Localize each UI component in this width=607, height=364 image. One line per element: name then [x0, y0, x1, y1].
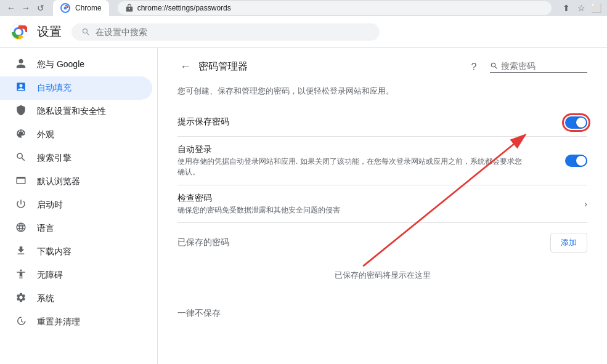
search-icon	[81, 27, 91, 37]
autofill-icon	[15, 81, 27, 95]
shield-icon	[15, 105, 27, 118]
download-icon	[15, 245, 27, 259]
sidebar-label-google: 您与 Google	[37, 59, 84, 70]
offer-to-save-row: 提示保存密码	[177, 109, 587, 137]
sidebar-label-language: 语言	[37, 223, 54, 234]
auto-signin-slider	[565, 155, 587, 167]
sidebar-label-privacy: 隐私设置和安全性	[37, 106, 106, 117]
settings-header: 设置	[0, 16, 607, 48]
power-icon	[15, 198, 27, 212]
offer-to-save-toggle[interactable]	[565, 116, 587, 129]
saved-passwords-section: 已保存的密码 添加 已保存的密码将显示在这里	[177, 223, 587, 301]
sidebar-label-browser: 默认浏览器	[37, 176, 80, 187]
empty-saved-text: 已保存的密码将显示在这里	[177, 260, 587, 291]
saved-passwords-header: 已保存的密码 添加	[177, 233, 587, 253]
offer-to-save-content: 提示保存密码	[177, 116, 565, 129]
settings-search-input[interactable]	[96, 27, 370, 37]
share-button[interactable]: ⬆	[560, 2, 572, 14]
accessibility-icon	[15, 269, 27, 282]
never-save-section: 一律不保存	[177, 301, 587, 326]
browser-icon	[15, 175, 27, 188]
lock-icon	[125, 4, 134, 12]
check-passwords-desc: 确保您的密码免受数据泄露和其他安全问题的侵害	[177, 205, 523, 216]
never-save-title: 一律不保存	[177, 308, 221, 318]
sidebar-label-system: 系统	[37, 293, 54, 304]
back-button[interactable]: ←	[5, 2, 17, 14]
person-icon	[15, 58, 27, 71]
refresh-button[interactable]: ↺	[35, 2, 47, 14]
offer-to-save-slider	[565, 116, 587, 129]
settings-search-bar[interactable]	[71, 23, 380, 41]
password-manager-title: 密码管理器	[198, 60, 248, 73]
sidebar-item-search[interactable]: 搜索引擎	[0, 147, 152, 170]
language-icon	[15, 222, 27, 235]
section-header: ← 密码管理器 ?	[177, 58, 587, 76]
add-password-button[interactable]: 添加	[550, 233, 587, 253]
auto-signin-row: 自动登录 使用存储的凭据自动登录网站和应用. 如果关闭了该功能，在您每次登录网站…	[177, 137, 587, 185]
bookmark-button[interactable]: ☆	[575, 2, 587, 14]
auto-signin-title: 自动登录	[177, 144, 550, 155]
auto-signin-toggle[interactable]	[565, 155, 587, 167]
customize-button[interactable]: ⬜	[590, 2, 602, 14]
password-search-bar[interactable]	[490, 61, 587, 73]
sidebar-item-language[interactable]: 语言	[0, 217, 152, 240]
sidebar-item-browser[interactable]: 默认浏览器	[0, 170, 152, 193]
forward-button[interactable]: →	[20, 2, 32, 14]
browser-nav: ← → ↺	[5, 2, 47, 14]
browser-tab[interactable]: Chrome	[53, 0, 109, 16]
sidebar-item-system[interactable]: 系统	[0, 287, 152, 310]
content-area: 您与 Google 自动填充 隐私设置和安全性 外观	[0, 48, 607, 364]
browser-chrome: ← → ↺ Chrome chrome://settings/passwords…	[0, 0, 607, 16]
check-passwords-title: 检查密码	[177, 193, 584, 204]
saved-passwords-title: 已保存的密码	[177, 237, 229, 248]
password-search-input[interactable]	[501, 61, 587, 71]
header-actions: ?	[465, 59, 587, 76]
password-manager-back-button[interactable]: ←	[177, 58, 194, 76]
sidebar-item-download[interactable]: 下载内容	[0, 240, 152, 264]
tab-favicon	[60, 3, 70, 13]
sidebar-item-appearance[interactable]: 外观	[0, 123, 152, 147]
search-engine-icon	[15, 152, 27, 165]
sidebar-item-accessibility[interactable]: 无障碍	[0, 264, 152, 287]
auto-signin-content: 自动登录 使用存储的凭据自动登录网站和应用. 如果关闭了该功能，在您每次登录网站…	[177, 144, 550, 177]
password-manager: ← 密码管理器 ? 您可创建、保存和管理您的密码，以便轻松登录网站和应用。	[158, 48, 607, 336]
svg-point-1	[64, 7, 67, 10]
sidebar-label-autofill: 自动填充	[37, 83, 71, 94]
password-search-icon	[490, 62, 499, 70]
check-passwords-content: 检查密码 确保您的密码免受数据泄露和其他安全问题的侵害	[177, 193, 584, 216]
sidebar: 您与 Google 自动填充 隐私设置和安全性 外观	[0, 48, 158, 364]
sidebar-item-privacy[interactable]: 隐私设置和安全性	[0, 100, 152, 123]
sidebar-label-search: 搜索引擎	[37, 153, 71, 164]
reset-icon	[15, 315, 27, 329]
sidebar-label-accessibility: 无障碍	[37, 270, 63, 281]
sidebar-label-appearance: 外观	[37, 129, 54, 140]
system-icon	[15, 292, 27, 305]
sidebar-label-download: 下载内容	[37, 246, 71, 257]
chevron-right-icon: ›	[584, 199, 587, 209]
sidebar-item-startup[interactable]: 启动时	[0, 193, 152, 217]
app-container: 设置 您与 Google 自动填充	[0, 16, 607, 364]
sidebar-item-google[interactable]: 您与 Google	[0, 53, 152, 76]
check-passwords-row[interactable]: 检查密码 确保您的密码免受数据泄露和其他安全问题的侵害 ›	[177, 185, 587, 224]
palette-icon	[15, 128, 27, 142]
sidebar-label-startup: 启动时	[37, 200, 63, 211]
chrome-logo	[10, 23, 27, 41]
address-text: chrome://settings/passwords	[137, 4, 231, 12]
main-content: ← 密码管理器 ? 您可创建、保存和管理您的密码，以便轻松登录网站和应用。	[158, 48, 607, 364]
svg-point-4	[15, 29, 22, 35]
sidebar-label-reset: 重置并清理	[37, 317, 80, 328]
description-text: 您可创建、保存和管理您的密码，以便轻松登录网站和应用。	[177, 86, 587, 97]
auto-signin-desc: 使用存储的凭据自动登录网站和应用. 如果关闭了该功能，在您每次登录网站或应用之前…	[177, 156, 523, 177]
address-bar[interactable]: chrome://settings/passwords	[118, 1, 552, 15]
sidebar-item-autofill[interactable]: 自动填充	[0, 76, 152, 100]
page-title: 设置	[37, 23, 62, 40]
tab-title: Chrome	[75, 4, 102, 12]
offer-to-save-title: 提示保存密码	[177, 116, 565, 127]
browser-actions: ⬆ ☆ ⬜	[560, 2, 602, 14]
help-button[interactable]: ?	[465, 59, 483, 76]
sidebar-item-reset[interactable]: 重置并清理	[0, 310, 152, 334]
